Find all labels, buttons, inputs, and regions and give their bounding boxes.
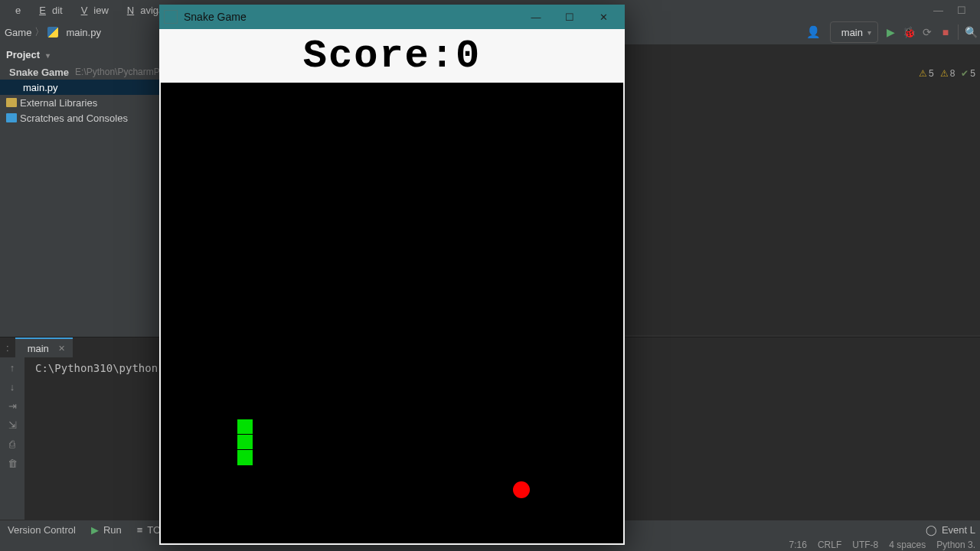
run-tab-label: Run — [103, 524, 122, 536]
warning-icon: ⚠ — [940, 68, 949, 79]
run-gutter: ↑ ↓ ⇥ ⇲ ⎙ 🗑 — [0, 357, 24, 520]
tree-file-main[interactable]: main.py — [0, 80, 159, 95]
titlebar[interactable]: Snake Game — ☐ ✕ — [159, 5, 625, 29]
breadcrumb-project[interactable]: Game — [5, 27, 31, 38]
run-config-name: main — [841, 27, 863, 38]
ide-minimize-button[interactable]: — — [933, 5, 943, 16]
menu-file[interactable]: e — [9, 5, 27, 16]
typo-icon: ✔ — [961, 68, 969, 79]
debug-button[interactable]: 🐞 — [903, 26, 915, 38]
down-icon[interactable]: ↓ — [10, 381, 15, 393]
run-button[interactable]: ▶ — [884, 26, 897, 38]
tree-root-path: E:\Python\PycharmPr — [75, 67, 159, 77]
separator — [958, 24, 959, 40]
minimize-button[interactable]: — — [519, 5, 553, 29]
caret-position[interactable]: 7:16 — [789, 540, 807, 550]
line-separator[interactable]: CRLF — [818, 540, 841, 550]
menu-edit[interactable]: Edit — [39, 5, 68, 16]
chevron-right-icon: 〉 — [34, 25, 44, 39]
tree-file-label: main.py — [23, 82, 58, 93]
tree-external-libraries[interactable]: External Libraries — [0, 95, 159, 110]
breadcrumb-file[interactable]: main.py — [66, 27, 101, 38]
warning-count-a: 5 — [929, 68, 934, 79]
maximize-button[interactable]: ☐ — [553, 5, 586, 29]
warning-count-c: 5 — [970, 68, 975, 79]
project-tree: Snake Game E:\Python\PycharmPr main.py E… — [0, 64, 159, 337]
ide-window-controls: — ☐ — [933, 0, 980, 20]
snake-segment — [237, 419, 253, 435]
list-icon: ≡ — [137, 524, 143, 536]
indent-setting[interactable]: 4 spaces — [889, 540, 926, 550]
close-button[interactable]: ✕ — [586, 5, 620, 29]
window-title: Snake Game — [184, 11, 519, 23]
game-canvas[interactable] — [161, 83, 623, 543]
run-config-selector[interactable]: main ▾ — [830, 21, 878, 43]
warning-icon: ⚠ — [919, 68, 927, 79]
run-tab-main[interactable]: main ✕ — [15, 337, 73, 357]
tree-root[interactable]: Snake Game E:\Python\PycharmPr — [0, 64, 159, 80]
food — [513, 481, 530, 498]
score-label: Score: — [303, 34, 456, 79]
wrap-icon[interactable]: ⇥ — [8, 400, 17, 412]
project-panel-header[interactable]: Project ▾ ⌖ — [0, 44, 172, 65]
run-tab-label: main — [28, 343, 49, 354]
snake-segment — [237, 450, 253, 465]
ide-maximize-button[interactable]: ☐ — [957, 5, 966, 16]
up-icon[interactable]: ↑ — [10, 362, 15, 373]
run-toolbar: 👤 main ▾ ▶ 🐞 ⟳ ■ 🔍 — [806, 20, 977, 44]
scroll-end-icon[interactable]: ⇲ — [8, 419, 17, 431]
interpreter[interactable]: Python 3. — [936, 540, 975, 550]
stop-button[interactable]: ■ — [939, 26, 952, 38]
run-tabs: : main ✕ — [0, 337, 73, 357]
tree-scratches[interactable]: Scratches and Consoles — [0, 110, 159, 126]
user-icon[interactable]: 👤 — [806, 25, 821, 39]
chevron-down-icon: ▾ — [46, 51, 50, 60]
bubble-icon: ◯ — [926, 524, 937, 536]
snake-segment — [237, 435, 253, 450]
chevron-down-icon: ▾ — [867, 28, 871, 37]
tree-scratches-label: Scratches and Consoles — [20, 112, 128, 124]
tk-feather-icon — [164, 10, 178, 24]
tree-ext-label: External Libraries — [20, 97, 97, 109]
inspection-widget[interactable]: ⚠5 ⚠8 ✔5 — [906, 66, 980, 81]
coverage-button[interactable]: ⟳ — [921, 26, 933, 38]
score-display: Score:0 — [159, 29, 625, 83]
print-icon[interactable]: ⎙ — [9, 439, 15, 450]
scratches-icon — [6, 113, 17, 122]
python-file-icon — [47, 27, 58, 37]
score-value: 0 — [456, 34, 481, 79]
run-tab-button[interactable]: ▶ Run — [91, 524, 122, 536]
snake-game-window: Snake Game — ☐ ✕ Score:0 — [159, 5, 625, 545]
event-label: Event L — [942, 524, 975, 536]
close-icon[interactable]: ✕ — [58, 344, 65, 354]
run-label: : — [6, 342, 9, 354]
trash-icon[interactable]: 🗑 — [8, 458, 18, 469]
run-icon: ▶ — [91, 524, 99, 536]
menu-view[interactable]: View — [81, 5, 115, 16]
version-control-tab[interactable]: Version Control — [8, 524, 76, 536]
tree-root-label: Snake Game — [9, 67, 69, 78]
file-encoding[interactable]: UTF-8 — [852, 540, 878, 550]
warning-count-b: 8 — [950, 68, 956, 79]
search-button[interactable]: 🔍 — [965, 26, 977, 38]
library-icon — [6, 98, 17, 107]
project-panel-title: Project — [6, 49, 40, 60]
event-log-tab[interactable]: ◯ Event L — [926, 524, 975, 536]
